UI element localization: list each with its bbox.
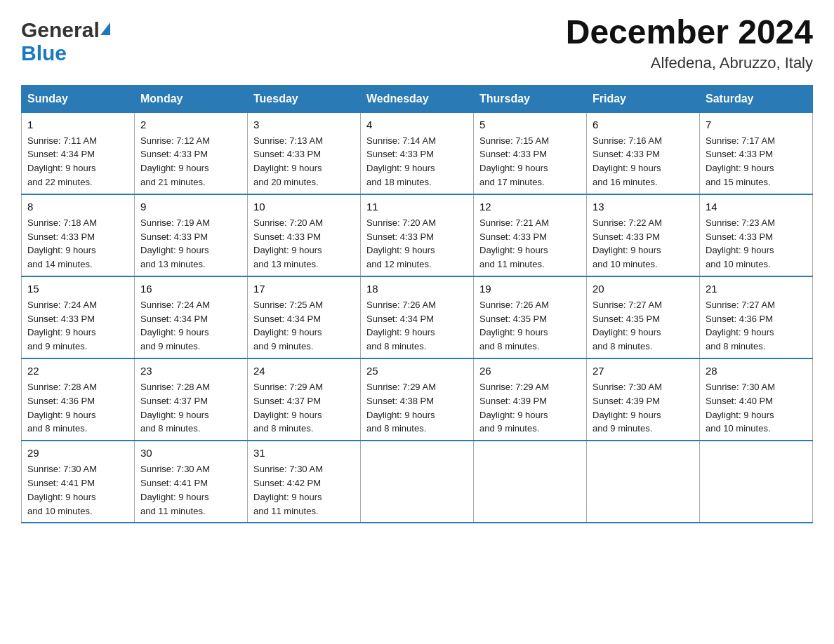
day-number: 30: [140, 445, 241, 461]
day-number: 10: [253, 199, 355, 215]
day-daylight: Daylight: 9 hours: [593, 163, 661, 173]
day-daylight: Daylight: 9 hours: [140, 163, 209, 173]
day-daylight-cont: and 12 minutes.: [366, 259, 432, 269]
day-daylight: Daylight: 9 hours: [706, 410, 774, 420]
day-sunset: Sunset: 4:33 PM: [140, 149, 208, 159]
day-number: 23: [140, 363, 241, 379]
day-number: 28: [706, 363, 807, 379]
day-sunrise: Sunrise: 7:18 AM: [27, 217, 97, 228]
day-sunrise: Sunrise: 7:26 AM: [366, 300, 436, 310]
day-daylight: Daylight: 9 hours: [479, 410, 548, 420]
day-sunset: Sunset: 4:33 PM: [706, 149, 773, 159]
calendar-week-row: 22 Sunrise: 7:28 AM Sunset: 4:36 PM Dayl…: [22, 358, 813, 441]
day-daylight-cont: and 9 minutes.: [27, 341, 87, 351]
calendar-day-cell: 7 Sunrise: 7:17 AM Sunset: 4:33 PM Dayli…: [700, 112, 813, 194]
day-daylight-cont: and 9 minutes.: [253, 341, 313, 351]
day-number: 20: [593, 281, 694, 297]
day-daylight-cont: and 11 minutes.: [253, 506, 319, 516]
day-daylight-cont: and 11 minutes.: [140, 506, 206, 516]
calendar-day-cell: 16 Sunrise: 7:24 AM Sunset: 4:34 PM Dayl…: [135, 276, 248, 358]
col-tuesday: Tuesday: [248, 85, 361, 112]
calendar-week-row: 1 Sunrise: 7:11 AM Sunset: 4:34 PM Dayli…: [22, 112, 813, 194]
day-sunrise: Sunrise: 7:15 AM: [479, 135, 549, 146]
day-number: 22: [27, 363, 128, 379]
day-daylight-cont: and 8 minutes.: [140, 423, 200, 434]
day-daylight-cont: and 10 minutes.: [706, 259, 771, 269]
calendar-day-cell: 26 Sunrise: 7:29 AM Sunset: 4:39 PM Dayl…: [474, 358, 587, 441]
day-sunset: Sunset: 4:34 PM: [366, 314, 434, 324]
location-subtitle: Alfedena, Abruzzo, Italy: [566, 54, 813, 72]
day-daylight-cont: and 17 minutes.: [479, 177, 545, 187]
day-sunset: Sunset: 4:33 PM: [140, 232, 208, 242]
day-sunset: Sunset: 4:34 PM: [27, 149, 95, 159]
day-sunset: Sunset: 4:41 PM: [27, 478, 95, 488]
day-daylight: Daylight: 9 hours: [253, 410, 322, 420]
day-daylight: Daylight: 9 hours: [140, 245, 209, 255]
day-daylight-cont: and 20 minutes.: [253, 177, 319, 187]
day-daylight-cont: and 9 minutes.: [593, 423, 652, 434]
day-sunset: Sunset: 4:33 PM: [593, 149, 660, 159]
day-sunset: Sunset: 4:36 PM: [27, 396, 95, 406]
day-daylight: Daylight: 9 hours: [706, 327, 774, 337]
page-header: General Blue December 2024 Alfedena, Abr…: [21, 14, 813, 72]
calendar-day-cell: 25 Sunrise: 7:29 AM Sunset: 4:38 PM Dayl…: [361, 358, 474, 441]
logo-blue-text: Blue: [21, 41, 67, 65]
day-daylight-cont: and 8 minutes.: [706, 341, 765, 351]
day-number: 8: [27, 199, 128, 215]
day-sunset: Sunset: 4:39 PM: [593, 396, 660, 406]
day-number: 2: [140, 117, 241, 133]
day-daylight-cont: and 14 minutes.: [27, 259, 93, 269]
day-daylight: Daylight: 9 hours: [140, 410, 209, 420]
col-friday: Friday: [587, 85, 700, 112]
day-sunrise: Sunrise: 7:29 AM: [253, 382, 323, 392]
day-daylight-cont: and 8 minutes.: [366, 423, 426, 434]
logo-general-text: General: [21, 18, 100, 41]
calendar-week-row: 8 Sunrise: 7:18 AM Sunset: 4:33 PM Dayli…: [22, 194, 813, 276]
day-daylight: Daylight: 9 hours: [479, 163, 548, 173]
day-daylight: Daylight: 9 hours: [479, 327, 548, 337]
day-daylight: Daylight: 9 hours: [253, 163, 322, 173]
day-daylight-cont: and 15 minutes.: [706, 177, 771, 187]
day-daylight: Daylight: 9 hours: [366, 245, 435, 255]
calendar-week-row: 15 Sunrise: 7:24 AM Sunset: 4:33 PM Dayl…: [22, 276, 813, 358]
day-sunset: Sunset: 4:34 PM: [140, 314, 208, 324]
day-daylight: Daylight: 9 hours: [140, 327, 209, 337]
calendar-header-row: Sunday Monday Tuesday Wednesday Thursday…: [22, 85, 813, 112]
calendar-day-cell: 23 Sunrise: 7:28 AM Sunset: 4:37 PM Dayl…: [135, 358, 248, 441]
day-number: 26: [479, 363, 581, 379]
calendar-day-cell: 10 Sunrise: 7:20 AM Sunset: 4:33 PM Dayl…: [248, 194, 361, 276]
day-daylight: Daylight: 9 hours: [593, 410, 661, 420]
day-sunrise: Sunrise: 7:28 AM: [27, 382, 97, 392]
day-daylight: Daylight: 9 hours: [706, 245, 774, 255]
day-daylight: Daylight: 9 hours: [140, 492, 209, 502]
col-sunday: Sunday: [22, 85, 135, 112]
day-sunset: Sunset: 4:33 PM: [479, 149, 547, 159]
day-sunset: Sunset: 4:35 PM: [593, 314, 660, 324]
calendar-table: Sunday Monday Tuesday Wednesday Thursday…: [21, 85, 813, 524]
day-number: 15: [27, 281, 128, 297]
day-sunrise: Sunrise: 7:19 AM: [140, 217, 210, 228]
calendar-day-cell: 14 Sunrise: 7:23 AM Sunset: 4:33 PM Dayl…: [700, 194, 813, 276]
day-daylight: Daylight: 9 hours: [706, 163, 774, 173]
calendar-day-cell: 21 Sunrise: 7:27 AM Sunset: 4:36 PM Dayl…: [700, 276, 813, 358]
day-sunset: Sunset: 4:33 PM: [253, 149, 321, 159]
day-daylight-cont: and 9 minutes.: [479, 423, 539, 434]
title-block: December 2024 Alfedena, Abruzzo, Italy: [566, 14, 813, 72]
calendar-day-cell: 27 Sunrise: 7:30 AM Sunset: 4:39 PM Dayl…: [587, 358, 700, 441]
day-sunrise: Sunrise: 7:29 AM: [366, 382, 436, 392]
day-sunrise: Sunrise: 7:12 AM: [140, 135, 210, 146]
day-daylight: Daylight: 9 hours: [27, 410, 96, 420]
day-daylight-cont: and 13 minutes.: [253, 259, 319, 269]
day-daylight-cont: and 8 minutes.: [479, 341, 539, 351]
calendar-day-cell: 20 Sunrise: 7:27 AM Sunset: 4:35 PM Dayl…: [587, 276, 700, 358]
day-sunrise: Sunrise: 7:11 AM: [27, 135, 97, 146]
day-sunrise: Sunrise: 7:13 AM: [253, 135, 323, 146]
calendar-day-cell: 13 Sunrise: 7:22 AM Sunset: 4:33 PM Dayl…: [587, 194, 700, 276]
day-number: 24: [253, 363, 355, 379]
logo-triangle-icon: [100, 22, 110, 35]
day-sunrise: Sunrise: 7:25 AM: [253, 300, 323, 310]
day-daylight: Daylight: 9 hours: [479, 245, 548, 255]
day-number: 14: [706, 199, 807, 215]
calendar-day-cell: 17 Sunrise: 7:25 AM Sunset: 4:34 PM Dayl…: [248, 276, 361, 358]
day-number: 12: [479, 199, 581, 215]
